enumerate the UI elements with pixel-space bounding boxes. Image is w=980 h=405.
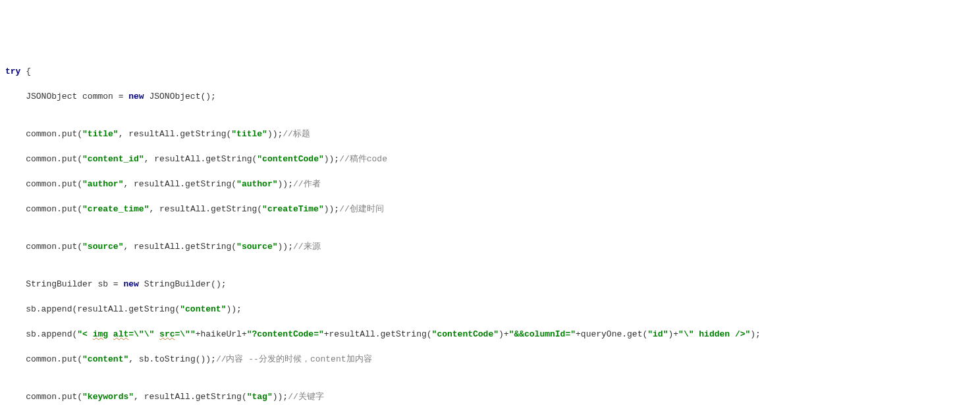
- code-line: try {: [5, 65, 975, 78]
- code-line: common.put("keywords", resultAll.getStri…: [5, 391, 975, 403]
- code-line: common.put("content_id", resultAll.getSt…: [5, 153, 975, 165]
- code-editor: try { JSONObject common = new JSONObject…: [5, 53, 975, 405]
- code-line: common.put("content", sb.toString());//内…: [5, 353, 975, 365]
- code-line: common.put("title", resultAll.getString(…: [5, 128, 975, 140]
- code-line: sb.append(resultAll.getString("content")…: [5, 303, 975, 315]
- code-line: JSONObject common = new JSONObject();: [5, 90, 975, 103]
- code-line: StringBuilder sb = new StringBuilder();: [5, 278, 975, 290]
- code-line: common.put("author", resultAll.getString…: [5, 178, 975, 190]
- code-line: common.put("create_time", resultAll.getS…: [5, 203, 975, 215]
- code-line: common.put("source", resultAll.getString…: [5, 240, 975, 253]
- code-line: sb.append("< img alt=\"\" src=\""+haikeU…: [5, 328, 975, 340]
